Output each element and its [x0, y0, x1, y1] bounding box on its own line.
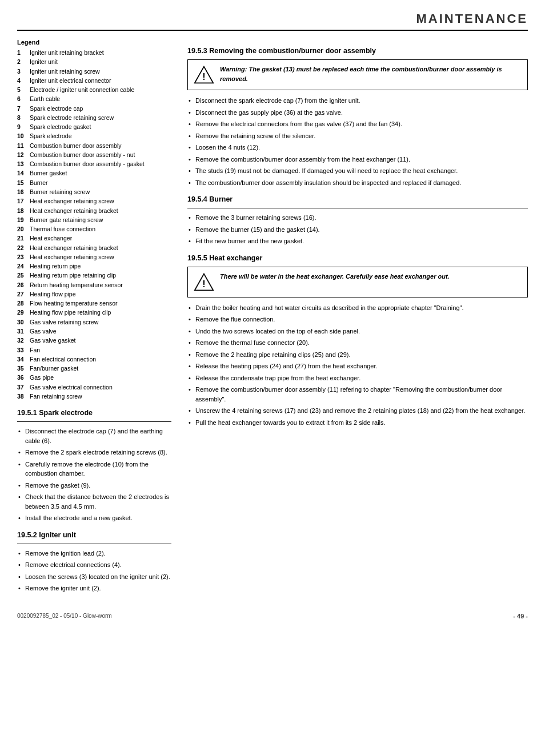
- footer-left: 0020092785_02 - 05/10 - Glow-worm: [17, 613, 112, 619]
- section-combustion-door-heading: 19.5.3 Removing the combustion/burner do…: [187, 47, 528, 55]
- legend-label: Burner: [30, 178, 48, 187]
- legend-item: 11Combustion burner door assembly: [17, 141, 171, 150]
- bullet-item: Remove the igniter unit (2).: [17, 584, 171, 593]
- legend-label: Heating flow pipe retaining clip: [30, 308, 111, 317]
- bullet-item: Install the electrode and a new gasket.: [17, 513, 171, 523]
- legend-label: Gas valve electrical connection: [30, 383, 113, 392]
- bullet-item: Remove the 2 heating pipe retaining clip…: [187, 350, 528, 360]
- legend-item: 33Fan: [17, 345, 171, 355]
- igniter-bullets: Remove the ignition lead (2).Remove elec…: [17, 549, 171, 593]
- legend-item: 3Igniter unit retaining screw: [17, 67, 171, 76]
- legend-item: 20Thermal fuse connection: [17, 224, 171, 234]
- warning-box-heat-exchanger: ! There will be water in the heat exchan…: [187, 267, 528, 297]
- legend-item: 29Heating flow pipe retaining clip: [17, 308, 171, 317]
- legend-label: Combustion burner door assembly - nut: [30, 150, 135, 159]
- legend-label: Heat exchanger retaining bracket: [30, 206, 118, 215]
- legend-item: 31Gas valve: [17, 327, 171, 336]
- heat-exchanger-bullets: Drain the boiler heating and hot water c…: [187, 303, 528, 428]
- bullet-item: Remove the flue connection.: [187, 315, 528, 324]
- legend-num: 29: [17, 308, 30, 317]
- legend-label: Burner retaining screw: [30, 187, 90, 196]
- legend-num: 38: [17, 392, 30, 401]
- legend-label: Earth cable: [30, 94, 60, 103]
- legend-num: 11: [17, 141, 30, 150]
- legend-label: Combustion burner door assembly - gasket: [30, 159, 145, 168]
- legend-label: Burner gate retaining screw: [30, 215, 103, 224]
- legend-item: 6Earth cable: [17, 94, 171, 103]
- legend-label: Heat exchanger retaining bracket: [30, 243, 118, 252]
- bullet-item: Remove the gasket (9).: [17, 481, 171, 490]
- legend-item: 4Igniter unit electrical connector: [17, 76, 171, 85]
- legend-num: 26: [17, 280, 30, 289]
- legend-num: 2: [17, 57, 30, 66]
- legend-num: 20: [17, 224, 30, 234]
- legend-item: 9Spark electrode gasket: [17, 122, 171, 131]
- legend-num: 33: [17, 345, 30, 355]
- legend-num: 8: [17, 113, 30, 122]
- legend-label: Gas pipe: [30, 373, 54, 382]
- legend-label: Heat exchanger: [30, 234, 72, 243]
- legend-num: 3: [17, 67, 30, 76]
- bullet-item: Release the heating pipes (24) and (27) …: [187, 361, 528, 371]
- legend-item: 24Heating return pipe: [17, 262, 171, 271]
- legend-item: 35Fan/burner gasket: [17, 364, 171, 373]
- legend-num: 27: [17, 289, 30, 299]
- legend-label: Return heating temperature sensor: [30, 280, 123, 289]
- legend-item: 21Heat exchanger: [17, 234, 171, 243]
- legend-item: 12Combustion burner door assembly - nut: [17, 150, 171, 159]
- legend-label: Fan: [30, 345, 40, 355]
- legend-label: Fan/burner gasket: [30, 364, 78, 373]
- bullet-item: Remove the burner (15) and the gasket (1…: [187, 225, 528, 235]
- legend-item: 15Burner: [17, 178, 171, 187]
- legend-item: 8Spark electrode retaining screw: [17, 113, 171, 122]
- bullet-item: Remove the 3 burner retaining screws (16…: [187, 213, 528, 223]
- legend-item: 1Igniter unit retaining bracket: [17, 48, 171, 57]
- legend-list: 1Igniter unit retaining bracket2Igniter …: [17, 48, 171, 401]
- legend-label: Flow heating temperature sensor: [30, 299, 118, 308]
- legend-label: Heat exchanger retaining screw: [30, 196, 114, 206]
- legend-item: 36Gas pipe: [17, 373, 171, 382]
- section-heat-exchanger-heading: 19.5.5 Heat exchanger: [187, 254, 528, 262]
- legend-item: 13Combustion burner door assembly - gask…: [17, 159, 171, 168]
- spark-electrode-bullets: Disconnect the electrode cap (7) and the…: [17, 427, 171, 523]
- section-spark-electrode-heading: 19.5.1 Spark electrode: [17, 409, 171, 417]
- legend-num: 22: [17, 243, 30, 252]
- warning-icon-heat-exchanger: !: [194, 272, 214, 292]
- legend-label: Thermal fuse connection: [30, 224, 95, 234]
- legend-label: Heating return pipe retaining clip: [30, 271, 116, 280]
- legend-item: 38Fan retaining screw: [17, 392, 171, 401]
- legend-item: 14Burner gasket: [17, 168, 171, 178]
- legend-item: 7Spark electrode cap: [17, 104, 171, 113]
- legend-label: Igniter unit retaining bracket: [30, 48, 104, 57]
- svg-text:!: !: [202, 71, 205, 82]
- legend-item: 37Gas valve electrical connection: [17, 383, 171, 392]
- bullet-item: Remove the thermal fuse connector (20).: [187, 338, 528, 348]
- bullet-item: Unscrew the 4 retaining screws (17) and …: [187, 406, 528, 416]
- legend-item: 30Gas valve retaining screw: [17, 317, 171, 327]
- section-combustion-door: 19.5.3 Removing the combustion/burner do…: [187, 47, 528, 187]
- legend-item: 25Heating return pipe retaining clip: [17, 271, 171, 280]
- legend-item: 16Burner retaining screw: [17, 187, 171, 196]
- section-spark-electrode: 19.5.1 Spark electrode Disconnect the el…: [17, 409, 171, 523]
- page-footer: 0020092785_02 - 05/10 - Glow-worm - 49 -: [17, 613, 528, 620]
- bullet-item: Check that the distance between the 2 el…: [17, 492, 171, 511]
- legend-item: 10Spark electrode: [17, 131, 171, 140]
- legend-label: Igniter unit: [30, 57, 58, 66]
- legend-item: 5Electrode / igniter unit connection cab…: [17, 85, 171, 94]
- section-heat-exchanger: 19.5.5 Heat exchanger ! There will be wa…: [187, 254, 528, 428]
- bullet-item: Loosen the 4 nuts (12).: [187, 143, 528, 152]
- legend-label: Spark electrode gasket: [30, 122, 91, 131]
- bullet-item: Disconnect the gas supply pipe (36) at t…: [187, 108, 528, 118]
- bullet-item: Disconnect the spark electrode cap (7) f…: [187, 96, 528, 106]
- legend-num: 21: [17, 234, 30, 243]
- bullet-item: Disconnect the electrode cap (7) and the…: [17, 427, 171, 445]
- legend-label: Spark electrode: [30, 131, 72, 140]
- legend-num: 10: [17, 131, 30, 140]
- legend-label: Burner gasket: [30, 168, 67, 178]
- legend-title: Legend: [17, 39, 171, 46]
- legend-item: 18Heat exchanger retaining bracket: [17, 206, 171, 215]
- legend-label: Combustion burner door assembly: [30, 141, 122, 150]
- bullet-item: Remove the 2 spark electrode retaining s…: [17, 448, 171, 457]
- legend-num: 34: [17, 355, 30, 364]
- bullet-item: The studs (19) must not be damaged. If d…: [187, 166, 528, 176]
